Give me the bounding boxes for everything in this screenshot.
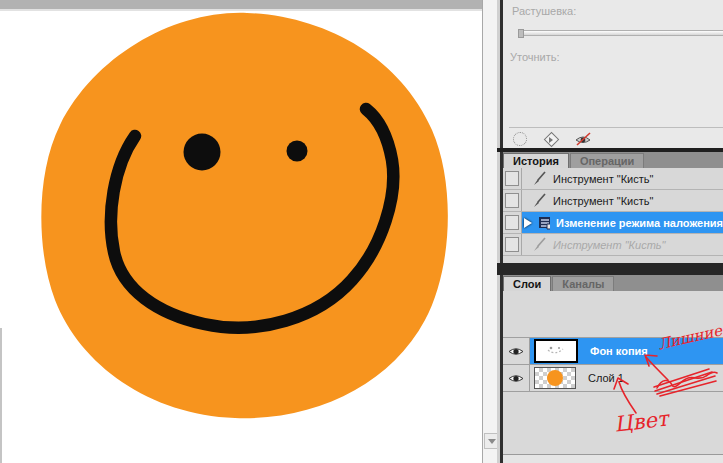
eye-icon	[508, 346, 524, 357]
document-canvas[interactable]	[0, 0, 497, 463]
tab-channels[interactable]: Каналы	[552, 276, 614, 291]
smiley-drawing	[0, 10, 483, 463]
history-item-label: Изменение режима наложения	[556, 217, 723, 229]
layer-name: Фон копия	[590, 345, 648, 357]
tab-actions[interactable]: Операции	[570, 153, 644, 168]
history-row[interactable]: Инструмент "Кисть"	[503, 190, 723, 212]
history-row[interactable]: Инструмент "Кисть"	[503, 168, 723, 190]
history-item-label: Инструмент "Кисть"	[553, 239, 666, 251]
layer-thumbnail[interactable]	[534, 339, 578, 363]
smiley-left-eye	[184, 134, 221, 171]
layer-row-layer1[interactable]: Слой 1	[503, 365, 723, 392]
brush-icon	[531, 237, 547, 252]
history-row-disabled[interactable]: Инструмент "Кисть"	[503, 234, 723, 256]
disable-mask-icon[interactable]	[575, 132, 592, 146]
sketch-smiley-thumb	[538, 341, 574, 357]
smiley-right-eye	[287, 141, 308, 162]
history-snapshot-checkbox[interactable]	[503, 168, 522, 189]
layer-name: Слой 1	[588, 372, 624, 384]
refine-label: Уточнить:	[510, 51, 560, 63]
panel-bottom-strip	[503, 455, 723, 463]
selection-from-mask-icon[interactable]	[513, 132, 527, 146]
canvas-left-edge	[0, 328, 2, 463]
feather-label: Растушевка:	[512, 5, 576, 17]
history-tabbar: История Операции	[503, 152, 723, 168]
tab-layers[interactable]: Слои	[503, 276, 551, 291]
photoshop-window: Растушевка: Уточнить:	[0, 0, 723, 463]
history-snapshot-checkbox[interactable]	[503, 212, 522, 233]
panel-separator	[509, 127, 723, 128]
layer-visibility-toggle[interactable]	[503, 365, 530, 391]
eye-icon	[508, 373, 524, 384]
blend-change-icon	[538, 215, 550, 230]
history-state-marker-icon[interactable]	[524, 218, 532, 228]
history-item-label: Инструмент "Кисть"	[553, 173, 653, 185]
orange-circle-thumb	[547, 370, 563, 386]
mask-properties-panel: Растушевка: Уточнить:	[503, 0, 723, 148]
apply-mask-icon[interactable]	[543, 131, 559, 147]
layer-row-background-copy[interactable]: Фон копия	[503, 338, 723, 365]
canvas-vertical-scrollbar[interactable]	[482, 0, 498, 463]
brush-icon	[531, 171, 547, 186]
history-item-label: Инструмент "Кисть"	[553, 195, 653, 207]
feather-slider	[518, 30, 723, 36]
scroll-down-arrow-icon	[488, 439, 496, 444]
panel-separator	[497, 263, 723, 275]
history-snapshot-checkbox[interactable]	[503, 234, 522, 255]
feather-slider-handle	[518, 29, 524, 38]
history-row-selected[interactable]: Изменение режима наложения	[503, 212, 723, 234]
layer-thumbnail[interactable]	[534, 367, 576, 389]
layers-tabbar: Слои Каналы	[503, 275, 723, 291]
tab-history[interactable]: История	[503, 153, 569, 168]
brush-icon	[531, 193, 547, 208]
layer-visibility-toggle[interactable]	[503, 338, 530, 364]
panel-column: Растушевка: Уточнить:	[497, 0, 723, 463]
history-snapshot-checkbox[interactable]	[503, 190, 522, 211]
